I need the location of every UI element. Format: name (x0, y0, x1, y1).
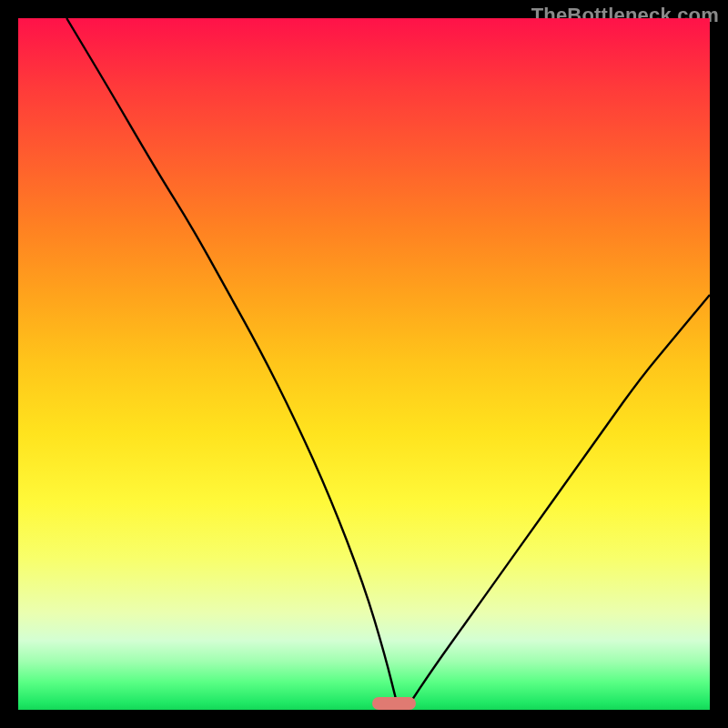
plot-area (18, 18, 710, 710)
left-curve-path (66, 18, 399, 710)
chart-container: TheBottleneck.com (0, 0, 728, 728)
right-curve-path (406, 295, 710, 710)
minimum-marker (372, 697, 416, 710)
curve-layer (18, 18, 710, 710)
